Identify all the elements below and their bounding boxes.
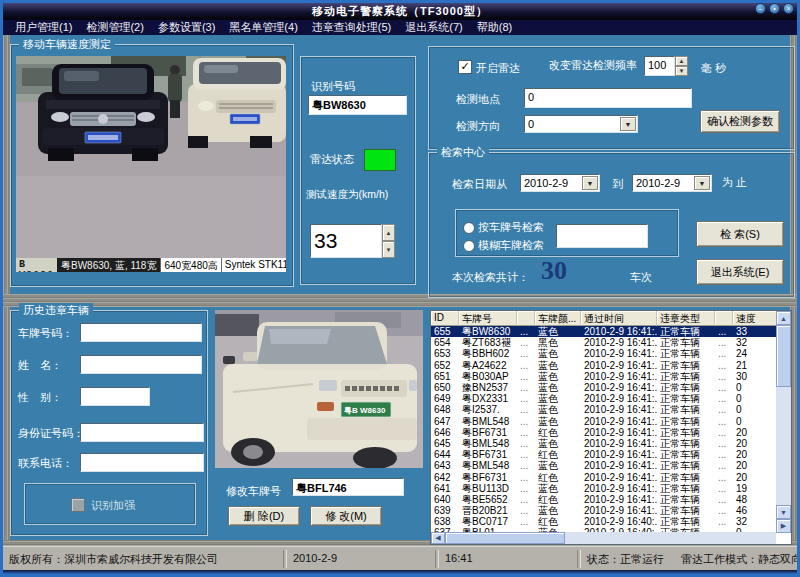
- modify-button[interactable]: 修 改(M): [310, 506, 382, 526]
- table-cell: 2010-2-9 16:41:...: [581, 483, 657, 494]
- speed-value-field[interactable]: 33: [310, 224, 382, 258]
- table-cell: 粤ZT683褪: [459, 337, 517, 348]
- table-row[interactable]: 644粤BF6731...红色2010-2-9 16:41:...正常车辆...…: [431, 449, 791, 460]
- history-field-input-4[interactable]: [80, 453, 204, 472]
- search-by-plate-radio[interactable]: [463, 222, 475, 234]
- column-header-1[interactable]: 车牌号: [459, 311, 517, 326]
- plate-number-field[interactable]: 粤BW8630: [308, 95, 407, 115]
- status-bar: 版权所有：深圳市索威尔科技开发有限公司 2010-2-9 16:41 状态：正常…: [3, 546, 797, 571]
- menu-item-4[interactable]: 黑名单管理(4): [222, 20, 304, 35]
- scroll-down-icon[interactable]: ▼: [776, 505, 791, 519]
- table-cell: 0: [733, 393, 777, 404]
- table-row[interactable]: 646粤BF6731...红色2010-2-9 16:41:...正常车辆...…: [431, 427, 791, 438]
- freq-spin-down-icon[interactable]: ▼: [675, 66, 688, 76]
- scroll-left-icon[interactable]: ◀: [431, 532, 445, 544]
- table-row[interactable]: 640粤BE5652...红色2010-2-9 16:41:...正常车辆...…: [431, 494, 791, 505]
- history-field-input-1[interactable]: [80, 355, 202, 374]
- table-cell: ...: [715, 360, 733, 371]
- status-time: 16:41: [445, 552, 473, 564]
- table-row[interactable]: 647粤BML548...蓝色2010-2-9 16:41:...正常车辆...…: [431, 416, 791, 427]
- table-row[interactable]: 643粤BML548...蓝色2010-2-9 16:41:...正常车辆...…: [431, 460, 791, 471]
- table-cell: ...: [517, 460, 535, 471]
- table-row[interactable]: 638粤BC0717...红色2010-2-9 16:40:...正常车辆...…: [431, 516, 791, 527]
- column-header-5[interactable]: 违章类型: [657, 311, 715, 326]
- table-vscrollbar[interactable]: ▲ ▼ ▶: [776, 311, 791, 533]
- column-header-4[interactable]: 通过时间: [581, 311, 657, 326]
- table-row[interactable]: 651粤B030AP...蓝色2010-2-9 16:41:...正常车辆...…: [431, 371, 791, 382]
- search-button[interactable]: 检 索(S): [696, 221, 784, 247]
- table-row[interactable]: 645粤BML548...蓝色2010-2-9 16:41:...正常车辆...…: [431, 438, 791, 449]
- table-row[interactable]: 642粤BF6731...红色2010-2-9 16:41:...正常车辆...…: [431, 471, 791, 482]
- menu-item-3[interactable]: 参数设置(3): [151, 20, 222, 35]
- edit-plate-field[interactable]: 粤BFL746: [292, 478, 404, 496]
- table-cell: 24: [733, 348, 777, 359]
- table-cell: 红色: [535, 427, 581, 438]
- table-row[interactable]: 652粤A24622...蓝色2010-2-9 16:41:...正常车辆...…: [431, 360, 791, 371]
- table-row[interactable]: 648粤I2537....蓝色2010-2-9 16:41:...正常车辆...…: [431, 404, 791, 415]
- date-to-dropdown-icon[interactable]: ▼: [694, 176, 710, 190]
- confirm-params-button[interactable]: 确认检测参数: [700, 110, 780, 133]
- table-hscrollbar[interactable]: ◀: [431, 532, 776, 544]
- table-cell: ...: [715, 460, 733, 471]
- hscroll-thumb[interactable]: [445, 532, 565, 544]
- photo-license-plate-text: 粤B W8630: [343, 406, 386, 415]
- detect-location-field[interactable]: 0: [524, 88, 692, 108]
- plate-number-label: 识别号码: [311, 79, 355, 94]
- speed-spin-down-icon[interactable]: ▼: [382, 241, 395, 258]
- vscroll-thumb[interactable]: [776, 325, 791, 387]
- scroll-up-icon[interactable]: ▲: [776, 311, 791, 325]
- maximize-button[interactable]: •: [769, 3, 780, 14]
- search-total-label: 本次检索共计：: [452, 270, 529, 285]
- column-header-2[interactable]: [517, 311, 535, 326]
- history-field-input-2[interactable]: [80, 387, 150, 406]
- radar-freq-spinner: ▲ ▼: [675, 56, 688, 76]
- table-cell: 20: [733, 472, 777, 483]
- date-from-select[interactable]: 2010-2-9 ▼: [520, 174, 600, 192]
- table-row[interactable]: 650豫BN2537...蓝色2010-2-9 16:41:...正常车辆...…: [431, 382, 791, 393]
- table-cell: 粤DX2331: [459, 393, 517, 404]
- white-van: [188, 58, 286, 148]
- column-header-0[interactable]: ID: [431, 311, 459, 326]
- date-to-select[interactable]: 2010-2-9 ▼: [632, 174, 712, 192]
- table-row[interactable]: 641粤BU113D...蓝色2010-2-9 16:41:...正常车辆...…: [431, 483, 791, 494]
- date-from-label: 检索日期从: [452, 177, 507, 192]
- menu-item-7[interactable]: 帮助(8): [470, 20, 519, 35]
- menu-item-5[interactable]: 违章查询处理(5): [305, 20, 398, 35]
- scroll-right-icon[interactable]: ▶: [776, 519, 791, 533]
- results-table-body: 655粤BW8630...蓝色2010-2-9 16:41:...正常车辆...…: [431, 326, 791, 534]
- radar-enable-checkbox[interactable]: ✓: [458, 60, 472, 74]
- table-cell: 648: [431, 404, 459, 415]
- menu-item-1[interactable]: 用户管理(1): [8, 20, 79, 35]
- recognize-checkbox[interactable]: [71, 498, 85, 512]
- table-cell: 638: [431, 516, 459, 527]
- table-cell: ...: [517, 348, 535, 359]
- minimize-button[interactable]: –: [755, 3, 766, 14]
- table-row[interactable]: 654粤ZT683褪...黑色2010-2-9 16:41:...正常车辆...…: [431, 337, 791, 348]
- table-row[interactable]: 639晋B20B21...蓝色2010-2-9 16:41:...正常车辆...…: [431, 505, 791, 516]
- date-from-dropdown-icon[interactable]: ▼: [582, 176, 598, 190]
- table-row[interactable]: 649粤DX2331...蓝色2010-2-9 16:41:...正常车辆...…: [431, 393, 791, 404]
- history-field-input-0[interactable]: [80, 323, 202, 342]
- column-header-3[interactable]: 车牌颜...: [535, 311, 581, 326]
- detect-direction-select[interactable]: 0 ▼: [524, 115, 638, 133]
- table-cell: ...: [517, 494, 535, 505]
- close-button[interactable]: ×: [783, 3, 794, 14]
- column-header-6[interactable]: [715, 311, 733, 326]
- table-cell: ...: [517, 505, 535, 516]
- table-row[interactable]: 653粤BBH602...蓝色2010-2-9 16:41:...正常车辆...…: [431, 348, 791, 359]
- menu-item-6[interactable]: 退出系统(7): [398, 20, 469, 35]
- captured-car-photo: 粤B W8630: [215, 310, 423, 468]
- column-header-7[interactable]: 速度: [733, 311, 777, 326]
- direction-dropdown-icon[interactable]: ▼: [620, 117, 636, 131]
- exit-system-button[interactable]: 退出系统(E): [696, 259, 784, 285]
- history-field-input-3[interactable]: [80, 423, 204, 442]
- recognize-action-box[interactable]: 识别加强: [24, 483, 196, 525]
- plate-query-field[interactable]: [556, 224, 648, 248]
- delete-button[interactable]: 删 除(D): [228, 506, 300, 526]
- freq-spin-up-icon[interactable]: ▲: [675, 56, 688, 66]
- radar-freq-field[interactable]: 100: [644, 56, 675, 76]
- table-row[interactable]: 655粤BW8630...蓝色2010-2-9 16:41:...正常车辆...…: [431, 326, 791, 337]
- search-fuzzy-radio[interactable]: [463, 240, 475, 252]
- menu-item-2[interactable]: 检测管理(2): [79, 20, 150, 35]
- speed-spin-up-icon[interactable]: ▲: [382, 224, 395, 241]
